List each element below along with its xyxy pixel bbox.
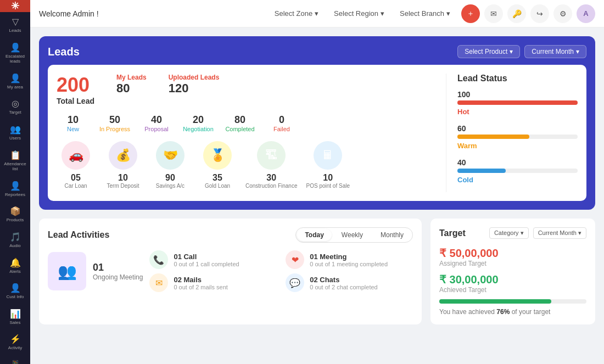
users-icon: 👥 [10, 124, 21, 135]
ls-num-warm: 60 [457, 124, 578, 133]
leads-header: Leads Select Product ▾ Current Month ▾ [48, 45, 586, 58]
ls-num-hot: 100 [457, 90, 578, 99]
tab-monthly[interactable]: Monthly [373, 229, 411, 241]
target-icon: ◎ [12, 98, 19, 109]
sidebar-item-alerts[interactable]: 🔔 Alerts [0, 253, 30, 279]
product-label: Construction Finance [245, 183, 298, 189]
total-lead-section: 200 Total Lead My Leads 80 Uploaded Lead… [57, 74, 446, 105]
settings-button[interactable]: ⚙ [553, 4, 572, 23]
activities-header: Lead Activities Today Weekly Monthly [48, 227, 413, 243]
tab-weekly[interactable]: Weekly [334, 229, 371, 241]
target-header: Target Category ▾ Current Month ▾ [439, 227, 586, 239]
act-info-call: 01 Call 0 out of 1 call completed [174, 253, 239, 267]
sidebar-item-escalated[interactable]: 👤 Escalated leads [0, 38, 30, 69]
sidebar-item-users[interactable]: 👥 Users [0, 120, 30, 145]
select-branch-dropdown[interactable]: Select Branch ▾ [395, 7, 455, 20]
lead-status-row: 10 New50 In Progress40 Proposal20 Negoti… [57, 114, 446, 132]
sidebar-item-activity[interactable]: ⚡ Activity [0, 329, 30, 355]
custinfo-icon: 👤 [10, 283, 21, 293]
ls-bar-bg-cold [457, 169, 578, 173]
act-icon-call: 📞 [149, 250, 168, 269]
sidebar-label-reportees: Reportees [5, 192, 25, 198]
my-leads-section: My Leads 80 [116, 74, 147, 96]
reportees-icon: 👤 [10, 181, 21, 191]
product-item-savings-a/c[interactable]: 🤝 90 Savings A/c [151, 141, 189, 189]
activity-row: 👥 01 Ongoing Meeting 📞 01 Call 0 out of … [48, 250, 413, 292]
activities-card: Lead Activities Today Weekly Monthly 👥 0… [39, 219, 422, 324]
product-item-car-loan[interactable]: 🚗 05 Car Loan [57, 141, 95, 189]
activities-tabs: Today Weekly Monthly [295, 227, 413, 243]
sidebar-item-myarea[interactable]: 👤 My area [0, 69, 30, 94]
ls-num-cold: 40 [457, 158, 578, 167]
status-label-negotiation: Negotiation [182, 126, 215, 132]
sidebar-item-leads[interactable]: ▽ Leads [0, 12, 30, 38]
target-card: Target Category ▾ Current Month ▾ ₹ 50,0… [430, 219, 595, 324]
sidebar-item-attendance[interactable]: 📋 Attendance list [0, 145, 30, 176]
region-chevron-icon: ▾ [381, 9, 384, 18]
select-zone-label: Select Zone [275, 9, 312, 18]
myarea-icon: 👤 [10, 73, 21, 83]
logout-button[interactable]: ↪ [530, 4, 549, 23]
sidebar-item-contactlist[interactable]: 📱 Contact list [0, 355, 30, 364]
sidebar-item-audio[interactable]: 🎵 Audio [0, 227, 30, 253]
escalated-icon: 👤 [10, 42, 21, 53]
product-item-gold-loan[interactable]: 🏅 35 Gold Loan [198, 141, 237, 189]
lead-status-panel: Lead Status 100 Hot60 Warm40 Cold [446, 74, 578, 192]
topbar: Welcome Admin ! Select Zone ▾ Select Reg… [30, 0, 604, 27]
product-label: Car Loan [57, 183, 95, 189]
select-zone-dropdown[interactable]: Select Zone ▾ [270, 7, 323, 20]
leads-controls: Select Product ▾ Current Month ▾ [457, 45, 586, 58]
meeting-people-icon: 👥 [58, 262, 77, 281]
category-select-btn[interactable]: Category ▾ [489, 227, 529, 239]
search-button[interactable]: 🔑 [507, 4, 526, 23]
mail-button[interactable]: ✉ [484, 4, 503, 23]
product-icon-gold-loan: 🏅 [203, 141, 232, 170]
assigned-amount: ₹ 50,00,000 [439, 247, 586, 260]
act-sub-mail: 0 out of 2 mails sent [174, 284, 227, 290]
bottom-section: Lead Activities Today Weekly Monthly 👥 0… [39, 219, 595, 324]
sidebar-item-sales[interactable]: 📊 Sales [0, 304, 30, 330]
act-item-call: 📞 01 Call 0 out of 1 call completed [149, 250, 277, 269]
app-logo: ✳ [0, 0, 30, 12]
product-num: 10 [306, 173, 350, 183]
uploaded-leads-num: 120 [169, 81, 220, 96]
my-leads-num: 80 [116, 81, 147, 96]
target-controls: Category ▾ Current Month ▾ [489, 227, 586, 239]
welcome-text: Welcome Admin ! [39, 9, 264, 18]
act-title-mail: 02 Mails [174, 276, 227, 284]
ls-bar-fill-warm [457, 135, 529, 139]
lead-status-panel-title: Lead Status [457, 74, 578, 83]
select-branch-label: Select Branch [400, 9, 444, 18]
product-icon-car-loan: 🚗 [61, 141, 90, 170]
sidebar-item-custinfo[interactable]: 👤 Cust Info [0, 278, 30, 304]
product-num: 35 [198, 173, 237, 183]
add-button[interactable]: ＋ [461, 4, 480, 23]
product-item-pos-point-of-sale[interactable]: 🖩 10 POS point of Sale [306, 141, 350, 189]
tab-today[interactable]: Today [297, 229, 331, 241]
ls-bar-bg-warm [457, 135, 578, 139]
sales-icon: 📊 [10, 309, 21, 319]
assigned-label: Assigned Target [439, 260, 586, 267]
leads-stats-left: 200 Total Lead My Leads 80 Uploaded Lead… [57, 74, 446, 192]
ls-bar-fill-cold [457, 169, 506, 173]
ls-bar-fill-hot [457, 100, 578, 105]
sidebar-item-target[interactable]: ◎ Target [0, 94, 30, 120]
target-month-btn[interactable]: Current Month ▾ [533, 227, 586, 239]
current-month-btn[interactable]: Current Month ▾ [524, 45, 586, 58]
status-item-new: 10 New [57, 114, 90, 132]
sidebar-item-products[interactable]: 📦 Products [0, 201, 30, 227]
product-label: POS point of Sale [306, 183, 350, 189]
avatar[interactable]: A [577, 4, 595, 23]
select-product-btn[interactable]: Select Product ▾ [457, 45, 520, 58]
sidebar-label-leads: Leads [9, 28, 21, 33]
sidebar-label-custinfo: Cust Info [6, 294, 24, 300]
sidebar-item-reportees[interactable]: 👤 Reportees [0, 176, 30, 202]
topbar-icons: ＋ ✉ 🔑 ↪ ⚙ A [461, 4, 595, 23]
activity-items-grid: 📞 01 Call 0 out of 1 call completed ❤ 01… [149, 250, 413, 292]
act-info-chat: 02 Chats 0 out of 2 chat completed [310, 276, 378, 290]
product-item-construction-finance[interactable]: 🏗 30 Construction Finance [245, 141, 298, 189]
product-item-term-deposit[interactable]: 💰 10 Term Deposit [104, 141, 142, 189]
product-icon-construction-finance: 🏗 [257, 141, 286, 170]
product-num: 10 [104, 173, 142, 183]
select-region-dropdown[interactable]: Select Region ▾ [329, 7, 389, 20]
